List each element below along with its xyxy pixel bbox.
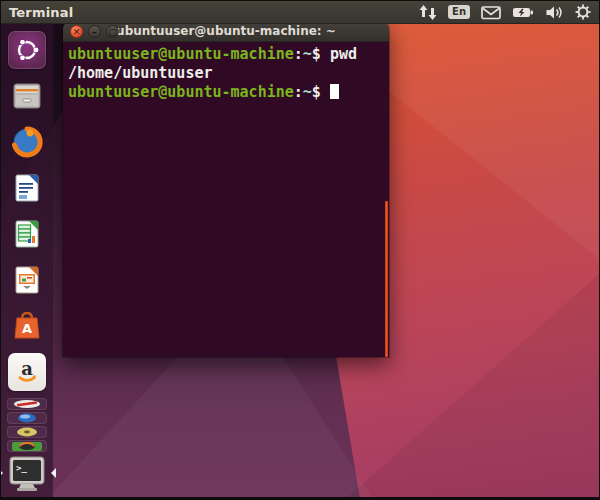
svg-text:a: a [21,358,33,379]
file-cabinet-icon [9,78,45,114]
terminal-line-3: ubuntuuser@ubuntu-machine:~$ [68,83,384,102]
ubuntu-logo-icon [8,31,46,69]
prompt-dollar: $ [312,45,330,63]
launcher-item-dash[interactable] [5,30,49,70]
prompt-path: ~ [303,83,312,101]
overlay-scrollbar[interactable] [385,201,388,357]
top-panel: Terminal En [1,1,599,24]
stacked-app-icon[interactable] [7,412,47,424]
stacked-app-icon[interactable] [7,398,47,410]
stacked-app-icon[interactable] [7,426,47,438]
prompt-user-host: ubuntuuser@ubuntu-machine [68,45,294,63]
close-button[interactable]: ✕ [70,25,83,38]
text-cursor [330,84,339,99]
minimize-button[interactable]: – [88,25,101,38]
running-indicator-arrow [0,468,8,478]
prompt-user-host: ubuntuuser@ubuntu-machine [68,83,294,101]
terminal-content[interactable]: ubuntuuser@ubuntu-machine:~$ pwd /home/u… [63,42,389,357]
prompt-path: ~ [303,45,312,63]
prompt-colon: : [294,83,303,101]
session-gear-icon[interactable] [575,4,591,20]
command-output: /home/ubuntuuser [68,64,213,82]
svg-text:>_: >_ [16,463,27,473]
launcher-item-terminal[interactable]: >_ [5,454,49,494]
maximize-button[interactable]: □ [106,25,119,38]
ubuntu-desktop: A a [0,0,600,500]
active-app-title: Terminal [9,5,73,20]
prompt-colon: : [294,45,303,63]
terminal-line-1: ubuntuuser@ubuntu-machine:~$ pwd [68,45,384,64]
battery-icon[interactable] [512,5,534,20]
command-text: pwd [330,45,357,63]
launcher-item-writer[interactable] [5,168,49,208]
launcher-item-amazon[interactable]: a [5,352,49,392]
system-tray: En [419,4,591,20]
volume-icon[interactable] [545,5,564,20]
terminal-line-2: /home/ubuntuuser [68,64,384,83]
launcher-item-firefox[interactable] [5,122,49,162]
firefox-icon [9,124,45,160]
terminal-icon: >_ [7,455,47,493]
libreoffice-impress-icon [9,262,45,298]
prompt-dollar: $ [312,83,321,101]
keyboard-layout-indicator[interactable]: En [448,5,470,19]
stacked-app-icon[interactable] [7,440,47,452]
launcher-item-impress[interactable] [5,260,49,300]
terminal-titlebar[interactable]: ✕ – □ ubuntuuser@ubuntu-machine: ~ [63,21,389,42]
terminal-title: ubuntuuser@ubuntu-machine: ~ [116,24,336,38]
terminal-window: ✕ – □ ubuntuuser@ubuntu-machine: ~ ubunt… [63,21,389,357]
launcher-item-software[interactable]: A [5,306,49,346]
mail-envelope-icon[interactable] [481,5,501,20]
libreoffice-calc-icon [9,216,45,252]
libreoffice-writer-icon [9,170,45,206]
ubuntu-software-icon: A [9,308,45,344]
svg-text:A: A [22,321,32,336]
amazon-icon: a [8,353,46,391]
window-controls: ✕ – □ [70,21,119,41]
focused-indicator-arrow [46,468,56,478]
unity-launcher: A a [1,24,53,497]
launcher-item-calc[interactable] [5,214,49,254]
text-entry-arrows-icon[interactable] [419,5,437,20]
launcher-item-files[interactable] [5,76,49,116]
